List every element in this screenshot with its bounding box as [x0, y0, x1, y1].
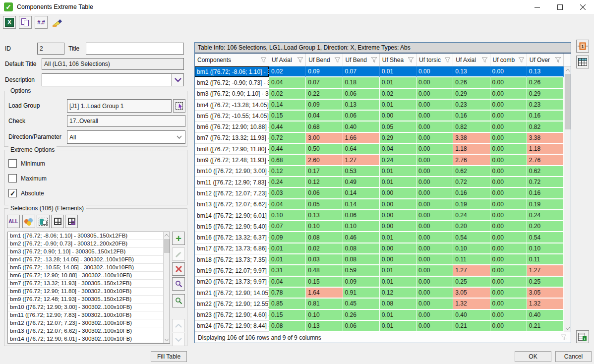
table-info-button[interactable]: i [576, 330, 589, 343]
value-cell[interactable]: 1.27 [453, 265, 490, 276]
value-cell[interactable]: 0.00 [416, 321, 453, 332]
absolute-checkbox[interactable]: ✓ [8, 189, 17, 197]
value-cell[interactable]: 0.29 [527, 89, 564, 100]
value-cell[interactable]: 0.04 [269, 199, 306, 210]
filter-icon[interactable] [297, 57, 303, 63]
value-cell[interactable]: 0.00 [490, 177, 527, 188]
value-cell[interactable]: 0.64 [343, 144, 380, 155]
maximum-checkbox[interactable] [8, 174, 17, 182]
value-cell[interactable]: 0.04 [269, 77, 306, 88]
description-dropdown-button[interactable] [172, 73, 184, 86]
grid-partial-select-button[interactable] [65, 215, 78, 228]
value-cell[interactable]: 0.03 [269, 188, 306, 199]
value-cell[interactable]: 0.01 [380, 177, 416, 188]
table-row[interactable]: bm14 ([76.72; 12.90; 6.01] - 300302..100… [195, 210, 564, 221]
value-cell[interactable]: 0.11 [527, 254, 564, 265]
component-cell[interactable]: bm2 ([76.72; -0.90; 0.73] - 300312..200x… [195, 77, 269, 88]
clear-filter-icon[interactable] [561, 334, 568, 341]
value-cell[interactable]: 0.00 [490, 243, 527, 254]
format-brush-button[interactable] [51, 16, 63, 29]
value-cell[interactable]: 0.01 [380, 277, 416, 288]
value-cell[interactable]: 0.68 [269, 155, 306, 166]
value-cell[interactable]: 0.09 [306, 66, 343, 77]
list-item[interactable]: bm13 ([76.72; 12.07; 6.62] - 300302..100… [8, 327, 170, 335]
filter-icon[interactable] [555, 57, 561, 63]
component-cell[interactable]: bm9 ([76.72; 12.48; 11.93] - 300305..150… [195, 155, 269, 166]
value-cell[interactable]: 0.06 [343, 111, 380, 121]
value-cell[interactable]: 0.08 [343, 243, 380, 254]
value-cell[interactable]: 0.00 [490, 166, 527, 177]
value-cell[interactable]: 0.00 [380, 210, 416, 221]
value-cell[interactable]: 0.85 [269, 299, 306, 309]
table-row[interactable]: bm4 ([76.72; -13.28; 14.05] - 300302..10… [195, 100, 564, 111]
value-cell[interactable]: 0.05 [380, 121, 416, 132]
value-cell[interactable]: 0.05 [306, 199, 343, 210]
value-cell[interactable]: 0.00 [490, 277, 527, 288]
column-header-components[interactable]: Components [195, 54, 269, 66]
value-cell[interactable]: 0.68 [306, 121, 343, 132]
value-cell[interactable]: 0.40 [343, 121, 380, 132]
value-cell[interactable]: 0.31 [269, 265, 306, 276]
value-cell[interactable]: 0.06 [343, 89, 380, 100]
value-cell[interactable]: 0.14 [343, 188, 380, 199]
component-cell[interactable]: bm3 ([76.72; 0.90; 1.10] - 300305..150x1… [195, 89, 269, 100]
maximum-checkbox-row[interactable]: Maximum [8, 174, 47, 182]
grid-select-button[interactable] [51, 215, 64, 228]
value-cell[interactable]: 0.24 [380, 155, 416, 166]
filter-icon[interactable] [444, 57, 451, 63]
filter-icon[interactable] [518, 57, 525, 63]
value-cell[interactable]: 0.91 [343, 288, 380, 299]
move-down-button[interactable] [172, 333, 185, 346]
value-cell[interactable]: 0.15 [306, 277, 343, 288]
cancel-button[interactable]: Cancel [555, 351, 592, 362]
value-cell[interactable]: 0.25 [453, 277, 490, 288]
value-cell[interactable]: 0.25 [527, 277, 564, 288]
value-cell[interactable]: 0.16 [453, 111, 490, 121]
value-cell[interactable]: 0.01 [380, 77, 416, 88]
component-cell[interactable]: bm14 ([76.72; 12.90; 6.01] - 300302..100… [195, 210, 269, 221]
list-item[interactable]: bm5 ([76.72; -10.55; 14.05] - 300302..10… [8, 264, 170, 272]
value-cell[interactable]: 0.29 [380, 133, 416, 144]
list-item[interactable]: bm7 ([76.72; 13.32; 11.93] - 300305..150… [8, 280, 170, 288]
value-cell[interactable]: 0.26 [527, 77, 564, 88]
value-cell[interactable]: 0.00 [416, 177, 453, 188]
move-up-button[interactable] [172, 319, 185, 332]
value-cell[interactable]: 0.10 [527, 243, 564, 254]
value-cell[interactable]: 0.01 [269, 243, 306, 254]
selections-list[interactable]: bm1 ([76.72; -8.06; 1.10] - 300305..150x… [7, 232, 170, 344]
list-item[interactable]: bm4 ([76.72; -13.28; 14.05] - 300302..10… [8, 256, 170, 264]
value-cell[interactable]: 0.00 [380, 254, 416, 265]
value-cell[interactable]: 0.48 [306, 265, 343, 276]
value-cell[interactable]: 0.01 [380, 310, 416, 321]
value-cell[interactable]: 0.00 [490, 221, 527, 232]
value-cell[interactable]: 1.32 [527, 299, 564, 309]
value-cell[interactable]: 0.26 [453, 77, 490, 88]
value-cell[interactable]: 0.12 [306, 177, 343, 188]
value-cell[interactable]: 0.15 [269, 111, 306, 121]
value-cell[interactable]: 0.23 [527, 100, 564, 111]
component-cell[interactable]: bm1 ([76.72; -8.06; 1.10] - 300305..150x… [195, 66, 269, 77]
column-header-col1[interactable]: Uf Axial [269, 54, 306, 66]
value-cell[interactable]: 0.01 [380, 66, 416, 77]
value-cell[interactable]: 0.08 [306, 232, 343, 243]
value-cell[interactable]: 0.20 [527, 221, 564, 232]
value-cell[interactable]: 0.29 [453, 89, 490, 100]
description-field[interactable] [42, 73, 172, 86]
value-cell[interactable]: 0.00 [416, 221, 453, 232]
value-cell[interactable]: 0.62 [527, 166, 564, 177]
value-cell[interactable]: 0.13 [306, 210, 343, 221]
value-cell[interactable]: 0.00 [416, 89, 453, 100]
value-cell[interactable]: 0.00 [380, 111, 416, 121]
number-format-button[interactable]: #.# [35, 16, 48, 29]
value-cell[interactable]: 0.00 [490, 299, 527, 309]
table-row[interactable]: bm11 ([76.72; 12.90; 7.83] - 300302..100… [195, 177, 564, 188]
component-cell[interactable]: bm24 ([76.72; 12.90; 8.44] - [195, 321, 269, 332]
value-cell[interactable]: 0.00 [490, 188, 527, 199]
list-item[interactable]: bm2 ([76.72; -0.90; 0.73] - 300312..200x… [8, 240, 170, 248]
value-cell[interactable]: 3.05 [527, 288, 564, 299]
value-cell[interactable]: 0.00 [416, 144, 453, 155]
list-item[interactable]: bm12 ([76.72; 12.07; 7.23] - 300302..100… [8, 319, 170, 327]
value-cell[interactable]: 0.15 [269, 310, 306, 321]
component-cell[interactable]: bm15 ([76.72; 12.90; 5.40] - [195, 221, 269, 232]
list-item[interactable]: bm10 ([76.72; 12.90; 3.00] - 300302..100… [8, 303, 170, 311]
